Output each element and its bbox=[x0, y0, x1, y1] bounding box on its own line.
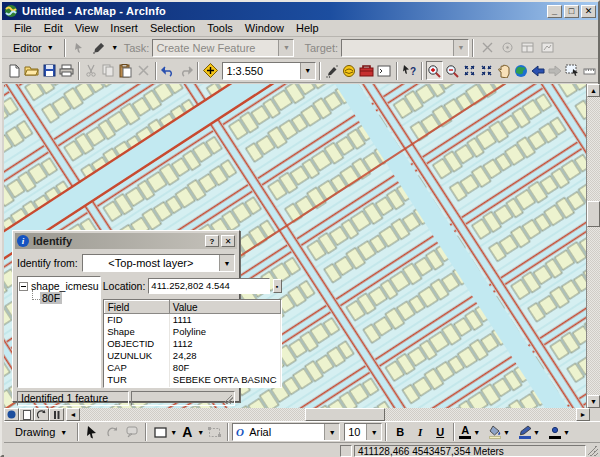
identify-results-tree[interactable]: shape_icmesu 80F bbox=[17, 276, 101, 388]
vertical-scrollbar[interactable]: ▲ ▼ bbox=[587, 84, 600, 408]
whats-this-help-icon[interactable]: ? bbox=[401, 61, 418, 80]
scroll-left-icon[interactable]: ◄ bbox=[66, 408, 80, 421]
menu-tools[interactable]: Tools bbox=[201, 21, 239, 35]
back-extent-icon[interactable] bbox=[529, 61, 546, 80]
menu-file[interactable]: File bbox=[8, 21, 38, 35]
chevron-down-icon[interactable]: ▼ bbox=[453, 40, 468, 56]
table-row[interactable]: ShapePolyline bbox=[104, 326, 280, 338]
add-data-icon[interactable] bbox=[202, 61, 219, 80]
scroll-right-icon[interactable]: ► bbox=[576, 408, 590, 421]
table-row[interactable]: OBJECTID1112 bbox=[104, 338, 280, 350]
copy-icon[interactable] bbox=[100, 61, 117, 80]
chevron-down-icon[interactable]: ▼ bbox=[503, 429, 510, 436]
select-features-icon[interactable] bbox=[564, 61, 581, 80]
open-map-icon[interactable] bbox=[23, 61, 40, 80]
table-row[interactable]: SHAPE_Leng24,252084 bbox=[104, 386, 280, 389]
text-tool-dropdown[interactable]: ▼ bbox=[197, 429, 204, 436]
vertical-scroll-thumb[interactable] bbox=[587, 201, 600, 227]
menu-view[interactable]: View bbox=[69, 21, 105, 35]
resize-grip[interactable] bbox=[224, 395, 233, 404]
cut-icon[interactable] bbox=[83, 61, 100, 80]
full-extent-globe-icon[interactable] bbox=[512, 61, 529, 80]
chevron-down-icon[interactable]: ▼ bbox=[533, 429, 540, 436]
window-resize-grip[interactable] bbox=[588, 446, 598, 456]
editor-toolbar-toggle-icon[interactable] bbox=[324, 61, 341, 80]
print-icon[interactable] bbox=[58, 61, 75, 80]
table-row[interactable]: UZUNLUK24,28 bbox=[104, 350, 280, 362]
bold-button[interactable]: B bbox=[390, 423, 410, 442]
menu-window[interactable]: Window bbox=[239, 21, 290, 35]
menu-insert[interactable]: Insert bbox=[104, 21, 144, 35]
identify-help-button[interactable]: ? bbox=[205, 235, 219, 247]
rotate-tool-icon[interactable] bbox=[497, 38, 517, 57]
layout-view-icon[interactable] bbox=[19, 408, 34, 421]
chevron-down-icon[interactable]: ▼ bbox=[563, 429, 570, 436]
fixed-zoom-out-icon[interactable] bbox=[478, 61, 495, 80]
chevron-down-icon[interactable]: ▼ bbox=[278, 40, 293, 56]
sketch-properties-icon[interactable] bbox=[537, 38, 557, 57]
split-tool-icon[interactable] bbox=[477, 38, 497, 57]
editor-menu-button[interactable]: Editor ▼ bbox=[6, 40, 61, 56]
location-value-field[interactable]: 411.252,802 4.544 bbox=[148, 278, 269, 294]
undo-icon[interactable] bbox=[160, 61, 177, 80]
value-column-header[interactable]: Value bbox=[169, 301, 280, 314]
scroll-up-icon[interactable]: ▲ bbox=[587, 84, 600, 97]
identify-dialog[interactable]: i Identify ? ✕ Identify from: <Top-most … bbox=[12, 230, 240, 402]
pan-tool-icon[interactable] bbox=[495, 61, 512, 80]
delete-icon[interactable] bbox=[135, 61, 152, 80]
new-text-tool[interactable]: A bbox=[177, 423, 197, 442]
fill-color-button[interactable]: ▼ bbox=[488, 425, 512, 439]
font-color-button[interactable]: A ▼ bbox=[458, 425, 482, 439]
attributes-button-icon[interactable] bbox=[517, 38, 537, 57]
zoom-out-tool-icon[interactable] bbox=[443, 61, 460, 80]
table-row[interactable]: TURSEBEKE ORTA BASINC bbox=[104, 374, 280, 386]
title-bar[interactable]: Untitled - ArcMap - ArcInfo _ □ ✕ bbox=[2, 2, 598, 20]
tree-layer-node[interactable]: shape_icmesu bbox=[19, 280, 99, 292]
scroll-down-icon[interactable]: ▼ bbox=[587, 395, 600, 408]
shape-tool-dropdown[interactable]: ▼ bbox=[170, 429, 177, 436]
rotate-element-icon[interactable] bbox=[102, 423, 122, 442]
tree-collapse-icon[interactable] bbox=[19, 282, 28, 291]
menu-selection[interactable]: Selection bbox=[144, 21, 201, 35]
data-view-icon[interactable] bbox=[4, 408, 19, 421]
scale-combo[interactable]: 1:3.550 ▼ bbox=[222, 62, 315, 80]
command-line-icon[interactable] bbox=[375, 61, 392, 80]
fixed-zoom-in-icon[interactable] bbox=[460, 61, 477, 80]
identify-from-combo[interactable]: <Top-most layer> ▼ bbox=[82, 254, 235, 272]
edit-tool-arrow-icon[interactable] bbox=[69, 38, 89, 57]
zoom-in-tool-icon[interactable] bbox=[426, 61, 443, 80]
menu-edit[interactable]: Edit bbox=[38, 21, 69, 35]
arccatalog-icon[interactable] bbox=[341, 61, 358, 80]
identify-title-bar[interactable]: i Identify ? ✕ bbox=[15, 233, 237, 249]
paste-icon[interactable] bbox=[117, 61, 134, 80]
minimize-button[interactable]: _ bbox=[547, 5, 562, 18]
attribute-table[interactable]: Field Value FID1111 ShapePolyline OBJECT… bbox=[103, 299, 282, 388]
line-color-button[interactable]: ▼ bbox=[518, 425, 542, 439]
tree-feature-node[interactable]: 80F bbox=[32, 292, 99, 304]
font-combo[interactable]: O Arial ▼ bbox=[232, 423, 340, 441]
callout-tool-icon[interactable] bbox=[122, 423, 142, 442]
chevron-down-icon[interactable]: ▼ bbox=[219, 255, 234, 271]
horizontal-scroll-track[interactable] bbox=[80, 408, 576, 421]
font-size-combo[interactable]: 10 ▼ bbox=[344, 423, 382, 441]
field-column-header[interactable]: Field bbox=[104, 301, 169, 314]
underline-button[interactable]: U bbox=[430, 423, 450, 442]
horizontal-scrollbar[interactable]: ◄ ► bbox=[66, 408, 590, 421]
task-combo[interactable]: Create New Feature ▼ bbox=[152, 39, 294, 57]
select-elements-arrow-icon[interactable] bbox=[82, 423, 102, 442]
identify-close-button[interactable]: ✕ bbox=[221, 235, 235, 247]
save-icon[interactable] bbox=[40, 61, 57, 80]
marker-color-button[interactable]: ▼ bbox=[548, 425, 572, 439]
table-row[interactable]: CAP80F bbox=[104, 362, 280, 374]
arctoolbox-icon[interactable] bbox=[358, 61, 375, 80]
tree-feature-label[interactable]: 80F bbox=[40, 292, 62, 304]
close-button[interactable]: ✕ bbox=[581, 5, 596, 18]
measure-tool-icon[interactable] bbox=[581, 61, 598, 80]
pause-drawing-icon[interactable] bbox=[49, 408, 64, 421]
location-units-button[interactable]: ▪ bbox=[273, 279, 282, 293]
menu-help[interactable]: Help bbox=[290, 21, 325, 35]
new-rectangle-tool-icon[interactable] bbox=[150, 423, 170, 442]
chevron-down-icon[interactable]: ▼ bbox=[324, 424, 339, 440]
chevron-down-icon[interactable]: ▼ bbox=[300, 63, 315, 79]
maximize-button[interactable]: □ bbox=[564, 5, 579, 18]
